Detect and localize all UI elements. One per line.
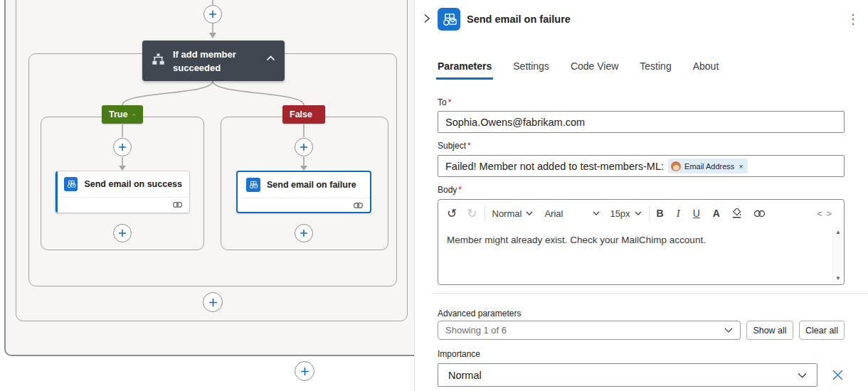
subject-label: Subject* (438, 141, 471, 151)
flow-canvas: If add member succeeded True False (0, 0, 414, 391)
collapse-chevron-icon[interactable] (266, 51, 275, 64)
chevron-down-icon (724, 328, 733, 333)
true-badge-label: True (109, 109, 127, 119)
chevron-down-icon (798, 373, 807, 378)
card-title: Send email on failure (267, 180, 356, 190)
action-properties-panel: Send email on failure ⋮ Parameters Setti… (414, 0, 868, 391)
card-accent-stripe (55, 171, 58, 213)
condition-icon (151, 52, 166, 70)
collapse-panel-button[interactable] (422, 14, 432, 26)
body-rich-text-editor[interactable]: ↺ ↻ Normal Arial 15px B I U A (438, 199, 845, 285)
tab-about[interactable]: About (692, 60, 721, 80)
insert-step-button-after-condition[interactable] (203, 292, 223, 312)
panel-title: Send email on failure (467, 8, 571, 31)
required-asterisk: * (467, 141, 471, 151)
italic-button[interactable]: I (677, 208, 680, 220)
importance-value: Normal (448, 370, 482, 381)
bold-button[interactable]: B (657, 208, 664, 219)
show-all-button[interactable]: Show all (746, 321, 793, 340)
mailchimp-icon (671, 161, 681, 171)
remove-token-icon[interactable]: × (739, 162, 743, 171)
scroll-up-icon[interactable]: ▲ (835, 229, 841, 235)
rich-text-toolbar: ↺ ↻ Normal Arial 15px B I U A (438, 200, 844, 227)
insert-step-button-false-bottom[interactable] (295, 224, 313, 242)
condition-title: If add member succeeded (173, 48, 258, 75)
body-text-area[interactable]: Member might already exist. Check your M… (438, 227, 844, 285)
link-icon (172, 201, 183, 208)
clear-all-button[interactable]: Clear all (799, 321, 845, 340)
chevron-down-icon (593, 211, 600, 215)
to-input[interactable]: Sophia.Owens@fabrikam.com (438, 111, 845, 133)
true-branch-badge[interactable]: True (102, 105, 143, 124)
body-text: Member might already exist. Check your M… (447, 235, 706, 245)
section-divider (432, 293, 868, 294)
insert-step-button-true-bottom[interactable] (113, 224, 132, 242)
advanced-parameters-value: Showing 1 of 6 (445, 325, 507, 336)
to-label: To* (438, 97, 451, 107)
body-label: Body* (438, 185, 462, 195)
undo-icon[interactable]: ↺ (447, 208, 457, 220)
required-asterisk: * (458, 185, 462, 195)
panel-tabs: Parameters Settings Code View Testing Ab… (436, 60, 720, 80)
outlook-icon (64, 177, 78, 191)
link-icon (353, 202, 364, 209)
font-size-dropdown[interactable]: 15px (610, 208, 641, 219)
insert-step-button-bottom[interactable] (295, 361, 314, 381)
insert-link-button[interactable] (753, 210, 766, 218)
insert-step-button-false-top[interactable] (295, 138, 313, 156)
highlight-color-button[interactable] (731, 208, 742, 219)
importance-dropdown[interactable]: Normal (438, 363, 817, 387)
editor-scrollbar[interactable]: ▲ ▼ (832, 227, 843, 284)
remove-importance-button[interactable] (832, 369, 844, 384)
token-label: Email Address (684, 162, 734, 171)
insert-step-button-top[interactable] (203, 5, 222, 23)
importance-label: Importance (438, 349, 480, 359)
advanced-parameters-dropdown[interactable]: Showing 1 of 6 (438, 321, 741, 340)
to-value: Sophia.Owens@fabrikam.com (445, 117, 585, 128)
tab-settings[interactable]: Settings (512, 60, 551, 80)
tab-testing[interactable]: Testing (638, 60, 672, 80)
font-name-dropdown[interactable]: Arial (544, 208, 600, 219)
card-title: Send email on success (84, 179, 182, 189)
more-options-icon[interactable]: ⋮ (847, 11, 859, 27)
toolbar-divider (485, 205, 485, 221)
required-asterisk: * (448, 97, 452, 107)
false-badge-label: False (290, 109, 312, 119)
tab-code-view[interactable]: Code View (569, 60, 620, 80)
underline-button[interactable]: U (693, 208, 700, 219)
paragraph-style-dropdown[interactable]: Normal (492, 208, 534, 219)
advanced-parameters-label: Advanced parameters (438, 309, 521, 318)
toolbar-divider (649, 205, 650, 221)
font-color-button[interactable]: A (713, 208, 720, 219)
insert-step-button-true-top[interactable] (113, 138, 132, 156)
scroll-down-icon[interactable]: ▼ (835, 275, 841, 282)
subject-input[interactable]: Failed! Member not added to test-members… (438, 155, 845, 177)
subject-value: Failed! Member not added to test-members… (445, 161, 664, 172)
email-address-token[interactable]: Email Address × (668, 159, 748, 173)
outlook-icon (246, 178, 260, 192)
chevron-down-icon (635, 211, 642, 215)
redo-icon[interactable]: ↻ (467, 208, 477, 220)
code-view-button[interactable]: < > (817, 208, 832, 219)
tab-parameters[interactable]: Parameters (436, 60, 493, 80)
send-email-on-success-card[interactable]: Send email on success (55, 171, 190, 213)
chevron-up-icon (132, 112, 136, 117)
condition-card[interactable]: If add member succeeded (142, 41, 285, 81)
chevron-down-icon (526, 211, 533, 215)
send-email-on-failure-card[interactable]: Send email on failure (236, 171, 371, 213)
false-branch-badge[interactable]: False (282, 105, 325, 124)
outlook-icon (438, 8, 460, 31)
chevron-up-icon (317, 112, 318, 117)
